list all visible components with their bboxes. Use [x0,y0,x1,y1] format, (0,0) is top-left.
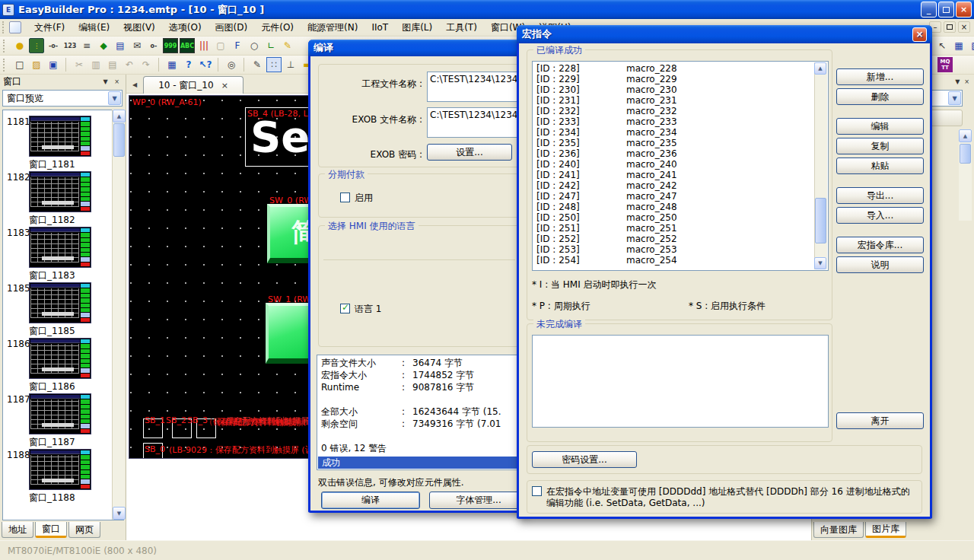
window-preview-item[interactable]: 1188 窗口_1188 [3,447,123,503]
macro_252[interactable]: [ID : 252] macro_252 [533,234,828,244]
mqtt-icon[interactable]: MQTT [937,57,953,72]
macro_254[interactable]: [ID : 254] macro_254 [533,255,828,266]
macro_235[interactable]: [ID : 235] macro_235 [533,138,828,148]
macro_248[interactable]: [ID : 248] macro_248 [533,202,828,212]
function-icon[interactable]: F [230,38,245,53]
project-file-field[interactable]: C:\TEST\1234\1234.e [427,72,523,102]
cut-icon[interactable]: ✂ [72,57,87,72]
chevron-down-icon[interactable]: ▼ [108,91,121,105]
paste-button[interactable]: 粘贴 [836,158,924,174]
edit-button[interactable]: 编辑 [836,118,924,135]
align-icon[interactable]: ⊥ [283,57,298,72]
chevron-down-icon[interactable]: ▼ [948,91,961,105]
macro_250[interactable]: [ID : 250] macro_250 [533,212,828,223]
dialog-close-icon[interactable]: × [912,27,927,42]
table-icon[interactable]: ▦ [951,38,966,53]
document-tab[interactable]: 10 - 窗口_10 × [143,76,244,94]
enable-checkbox[interactable]: 启用 [340,192,373,204]
compile-result-list[interactable]: 声音文件大小 : 36474 字节 宏指令大小 : 1744852 字节 Run… [317,355,519,470]
scroll-down-icon[interactable]: ▼ [113,507,126,520]
exit-button[interactable]: 离开 [836,412,924,429]
export-button[interactable]: 导出... [836,187,924,204]
function-key-icon[interactable]: ◆ [96,38,111,53]
scroll-down-icon[interactable]: ▼ [814,257,826,269]
macro_229[interactable]: [ID : 229] macro_229 [533,74,828,84]
宏指令大小[interactable]: 宏指令大小 : 1744852 字节 [317,369,518,381]
macro_234[interactable]: [ID : 234] macro_234 [533,127,828,138]
switch-icon[interactable]: -o- [46,38,61,53]
close-button[interactable]: × [956,2,972,18]
macro_236[interactable]: [ID : 236] macro_236 [533,148,828,159]
tab-window[interactable]: 窗口 [35,522,67,538]
scrollbar-thumb[interactable] [960,144,971,164]
tab-picture-library[interactable]: 图片库 [865,522,906,538]
copy-button[interactable]: 复制 [836,138,924,154]
key-icon[interactable]: o- [146,38,161,53]
tab-close-icon[interactable]: × [221,81,228,91]
print-icon[interactable]: ▦ [164,57,180,72]
address-format-checkbox[interactable]: 在宏指令中地址变量可使用 [DDDDdd] 地址格式替代 [DDDDh] 部分 … [532,486,917,509]
numeric-input-icon[interactable]: 123 [62,38,78,53]
menu-edit[interactable]: 编辑(E) [72,19,116,37]
add-button[interactable]: 新增... [836,68,924,85]
全部大小[interactable]: 全部大小 : 16243644 字节 (15. [317,406,518,418]
grid-icon[interactable]: ∷ [266,57,282,72]
window-preview-item[interactable]: 1185 窗口_1185 [3,281,123,336]
macro_228[interactable]: [ID : 228] macro_228 [533,63,828,74]
pointer-icon[interactable]: ↖ [934,38,950,53]
compile-success-row[interactable]: 成功 [318,457,517,469]
save-icon[interactable]: ▣ [46,57,61,72]
import-button[interactable]: 导入... [836,207,924,224]
macro_247[interactable]: [ID : 247] macro_247 [533,191,828,202]
macro_253[interactable]: [ID : 253] macro_253 [533,244,828,255]
help-button[interactable]: 说明 [836,256,924,273]
menu-objects[interactable]: 元件(O) [254,19,301,37]
help-icon[interactable]: ? [181,57,196,72]
剩余空间[interactable]: 剩余空间 : 7349316 字节 (7.01 [317,418,518,430]
menu-library[interactable]: 图库(L) [395,19,439,37]
tab-address[interactable]: 地址 [2,522,33,538]
checkbox-icon[interactable] [532,486,542,496]
numeric-display-icon[interactable]: 999 [163,38,178,53]
macro-password-button[interactable]: 密码设置... [532,451,637,468]
macro-dialog-titlebar[interactable]: 宏指令 × [517,25,932,43]
paste-icon[interactable]: ▤ [105,57,120,72]
window-preview-item[interactable]: 1186 窗口_1186 [3,336,123,392]
note-icon[interactable]: ✉ [129,38,145,53]
library-scrollbar[interactable]: ▲ [959,129,972,221]
delete-button[interactable]: 删除 [836,88,924,105]
panel-close-icon[interactable]: × [964,78,969,85]
window-preview-item[interactable]: 1181 窗口_1181 [3,114,123,170]
context-help-icon[interactable]: ↖? [198,57,213,72]
scroll-up-icon[interactable]: ▲ [113,110,126,123]
menu-draw[interactable]: 画图(D) [208,19,255,37]
tab-vector-library[interactable]: 向量图库 [813,522,864,538]
pending-list[interactable] [532,335,829,428]
selection-icon[interactable]: ▢ [213,38,228,53]
window-preview-item[interactable]: 1187 窗口_1187 [3,392,123,447]
macro-list-scrollbar[interactable]: ▲ ▼ [814,62,827,269]
pen-icon[interactable]: ✎ [250,57,265,72]
scroll-up-icon[interactable]: ▲ [959,129,972,142]
macro_240[interactable]: [ID : 240] macro_240 [533,159,828,170]
window-preview-item[interactable]: 1183 窗口_1183 [3,225,123,281]
checkbox-checked-icon[interactable] [340,304,350,313]
声音文件大小[interactable]: 声音文件大小 : 36474 字节 [317,357,518,369]
word-lamp-icon[interactable]: ▤ [113,38,128,53]
mdi-restore-button[interactable] [944,21,956,33]
menu-tools[interactable]: 工具(T) [439,19,484,37]
bulb-icon[interactable]: ● [12,38,27,53]
layers-icon[interactable]: ≡ [79,38,94,53]
open-folder-icon[interactable]: ▨ [29,57,44,72]
checkbox-icon[interactable] [340,192,350,202]
Runtime[interactable]: Runtime : 9087816 字节 [317,381,518,393]
macro_241[interactable]: [ID : 241] macro_241 [533,170,828,180]
preview-scrollbar[interactable]: ▲ ▼ [112,110,125,520]
library-icon[interactable]: ▧ [968,38,974,53]
macro_251[interactable]: [ID : 251] macro_251 [533,223,828,234]
chart-icon[interactable]: ∟ [263,38,279,53]
scrollbar-thumb[interactable] [113,123,125,157]
find-icon[interactable]: ◎ [224,57,239,72]
compile-button[interactable]: 编译 [321,492,420,509]
tab-webpage[interactable]: 网页 [68,522,100,538]
